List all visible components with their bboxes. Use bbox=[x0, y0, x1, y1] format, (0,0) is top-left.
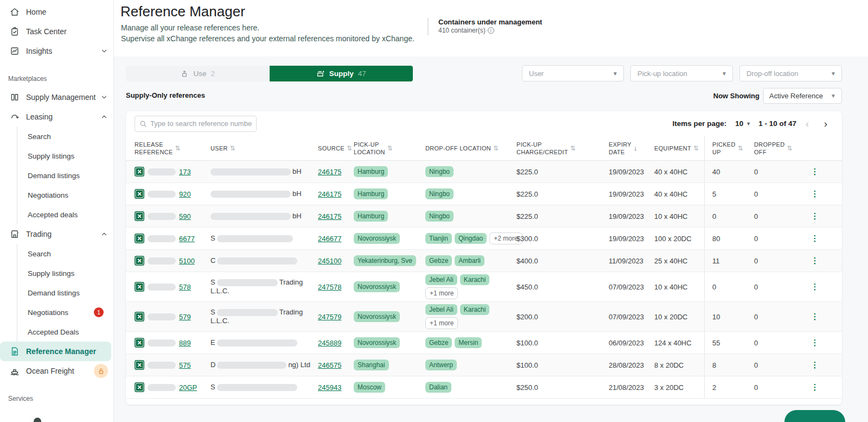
floating-action-button[interactable] bbox=[784, 410, 845, 422]
release-reference-link[interactable]: 579 bbox=[179, 313, 191, 321]
column-header-release-reference[interactable]: RELEASEREFERENCE⇅ bbox=[135, 141, 210, 156]
previous-page-button[interactable]: ‹ bbox=[800, 116, 815, 131]
kebab-menu-icon[interactable]: ⋮ bbox=[808, 257, 821, 264]
source-link[interactable]: 245100 bbox=[318, 257, 341, 265]
kebab-menu-icon[interactable]: ⋮ bbox=[808, 190, 821, 198]
kebab-menu-icon[interactable]: ⋮ bbox=[808, 168, 821, 175]
picked-up-cell: 0 bbox=[704, 272, 754, 301]
column-header-user[interactable]: USER⇅ bbox=[210, 144, 318, 152]
tab-supply[interactable]: Supply 47 bbox=[270, 66, 413, 81]
sidebar-item-demand-listings[interactable]: Demand listings bbox=[17, 283, 113, 303]
info-icon[interactable]: i bbox=[488, 27, 494, 34]
user-filter-dropdown[interactable]: User ▼ bbox=[522, 65, 624, 81]
dropoff-location-pill: Ningbo bbox=[425, 211, 454, 222]
source-link[interactable]: 245889 bbox=[318, 339, 341, 347]
sidebar-item-reference-manager[interactable]: Reference Manager bbox=[0, 342, 111, 361]
sidebar-item-demand-listings[interactable]: Demand listings bbox=[17, 166, 113, 185]
pickup-location-filter-dropdown[interactable]: Pick-up location ▼ bbox=[630, 65, 733, 81]
source-link[interactable]: 246677 bbox=[318, 235, 341, 243]
kebab-menu-icon[interactable]: ⋮ bbox=[808, 235, 821, 242]
release-reference-cell: ✕ 6677 bbox=[135, 234, 210, 243]
dropoff-location-pill: Tianjin bbox=[425, 233, 452, 244]
source-cell: 246575 bbox=[318, 361, 354, 369]
release-reference-link[interactable]: 5100 bbox=[179, 257, 195, 265]
source-link[interactable]: 247579 bbox=[318, 313, 341, 321]
page-title: Reference Manager bbox=[120, 3, 245, 20]
table-row: ✕ 578 STradingL.L.C. 247578 Novorossiysk… bbox=[126, 272, 842, 302]
kebab-menu-icon[interactable]: ⋮ bbox=[808, 361, 821, 369]
source-link[interactable]: 247578 bbox=[318, 283, 341, 291]
picked-up-cell: 55 bbox=[704, 332, 754, 354]
sidebar-item-ocean-freight[interactable]: Ocean Freight bbox=[0, 361, 113, 381]
sidebar-nav: HomeTask CenterInsightsMarketplacesSuppl… bbox=[0, 2, 113, 407]
now-showing-dropdown[interactable]: Active Reference ▼ bbox=[763, 88, 842, 104]
sort-icon: ⇅ bbox=[738, 144, 743, 152]
next-page-button[interactable]: › bbox=[818, 116, 833, 131]
expiry-date-cell: 19/09/2023 bbox=[609, 212, 654, 221]
release-reference-link[interactable]: 889 bbox=[179, 339, 191, 347]
sidebar-item-negotiations[interactable]: Negotiations bbox=[17, 185, 113, 205]
kebab-menu-icon[interactable]: ⋮ bbox=[808, 313, 821, 320]
sidebar-item-trading[interactable]: Trading bbox=[0, 224, 113, 244]
sidebar-item-leasing[interactable]: Leasing bbox=[0, 107, 113, 127]
pickup-charge-cell: $225.0 bbox=[516, 190, 609, 198]
sidebar-item-search[interactable]: Search bbox=[17, 127, 113, 146]
sidebar-item-accepted-deals[interactable]: Accepted Deals bbox=[17, 322, 113, 342]
more-locations-chip[interactable]: +1 more bbox=[425, 317, 458, 329]
tab-use[interactable]: Use 2 bbox=[126, 66, 270, 81]
column-header-drop-off-location[interactable]: DROP-OFF LOCATION⇅ bbox=[425, 144, 516, 152]
kebab-menu-icon[interactable]: ⋮ bbox=[808, 339, 821, 347]
release-reference-link[interactable]: 575 bbox=[179, 361, 191, 369]
sidebar-item-supply-listings[interactable]: Supply listings bbox=[17, 263, 113, 283]
user-cell: bH bbox=[210, 167, 318, 176]
redacted-text bbox=[217, 279, 278, 286]
column-header-source[interactable]: SOURCE⇅ bbox=[318, 144, 354, 152]
source-link[interactable]: 246175 bbox=[318, 212, 341, 221]
items-per-page-dropdown[interactable]: 10 ▼ bbox=[735, 119, 751, 128]
sidebar-item-accepted-deals[interactable]: Accepted deals bbox=[17, 205, 113, 224]
column-header-dropped-off[interactable]: DROPPEDOFF⇅ bbox=[754, 141, 808, 156]
release-reference-link[interactable]: 590 bbox=[179, 212, 191, 221]
source-link[interactable]: 245943 bbox=[318, 383, 341, 392]
source-link[interactable]: 246175 bbox=[318, 168, 341, 176]
column-header-picked-up[interactable]: PICKEDUP⇅ bbox=[704, 136, 754, 160]
source-link[interactable]: 246575 bbox=[318, 361, 341, 369]
kebab-menu-icon[interactable]: ⋮ bbox=[808, 212, 821, 220]
dropoff-pills: Dalian bbox=[425, 382, 516, 393]
redacted-text bbox=[217, 309, 278, 316]
row-actions-cell: ⋮ bbox=[808, 313, 833, 320]
sidebar-item-label: Supply Management bbox=[26, 93, 100, 102]
sidebar-item-supply-listings[interactable]: Supply listings bbox=[17, 146, 113, 166]
source-cell: 247578 bbox=[318, 283, 354, 291]
release-reference-link[interactable]: 6677 bbox=[179, 235, 195, 243]
column-header-equipment[interactable]: EQUIPMENT⇅ bbox=[654, 144, 704, 152]
column-header-expiry-date[interactable]: EXPIRYDATE↓ bbox=[609, 141, 654, 156]
source-link[interactable]: 246175 bbox=[318, 190, 341, 198]
source-cell: 245889 bbox=[318, 339, 354, 347]
kebab-menu-icon[interactable]: ⋮ bbox=[808, 383, 821, 391]
dropoff-location-filter-dropdown[interactable]: Drop-off location ▼ bbox=[739, 65, 842, 81]
header-divider bbox=[427, 18, 429, 35]
dropoff-location-cell: Ningbo bbox=[425, 188, 516, 199]
column-header-pick-up-location[interactable]: PICK-UPLOCATION⇅ bbox=[354, 141, 425, 156]
column-header-pick-up-charge-credit[interactable]: PICK-UPCHARGE/CREDIT⇅ bbox=[516, 141, 609, 156]
sidebar-item-label: Supply listings bbox=[28, 152, 108, 160]
kebab-menu-icon[interactable]: ⋮ bbox=[808, 283, 821, 291]
table-body: ✕ 173 bH 246175 Hamburg Ningbo $225.0 19… bbox=[126, 161, 842, 399]
expiry-date-cell: 07/09/2023 bbox=[609, 313, 654, 321]
sidebar-item-search[interactable]: Search bbox=[17, 244, 113, 263]
more-locations-chip[interactable]: +1 more bbox=[425, 287, 458, 299]
release-reference-link[interactable]: 920 bbox=[179, 190, 191, 198]
sidebar-item-home[interactable]: Home bbox=[0, 2, 113, 22]
sidebar-item-task-center[interactable]: Task Center bbox=[0, 22, 113, 41]
release-reference-link[interactable]: 173 bbox=[179, 168, 191, 176]
release-reference-link[interactable]: 20GP bbox=[179, 383, 197, 392]
release-reference-cell: ✕ 578 bbox=[135, 282, 210, 292]
sidebar-item-supply-management[interactable]: Supply Management bbox=[0, 87, 113, 107]
sidebar-item-insights[interactable]: Insights bbox=[0, 41, 113, 61]
release-reference-cell: ✕ 5100 bbox=[135, 256, 210, 266]
release-reference-link[interactable]: 578 bbox=[179, 283, 191, 291]
redacted-text bbox=[217, 257, 297, 264]
search-input[interactable] bbox=[150, 119, 252, 128]
sidebar-item-negotiations[interactable]: Negotiations1 bbox=[17, 303, 113, 322]
